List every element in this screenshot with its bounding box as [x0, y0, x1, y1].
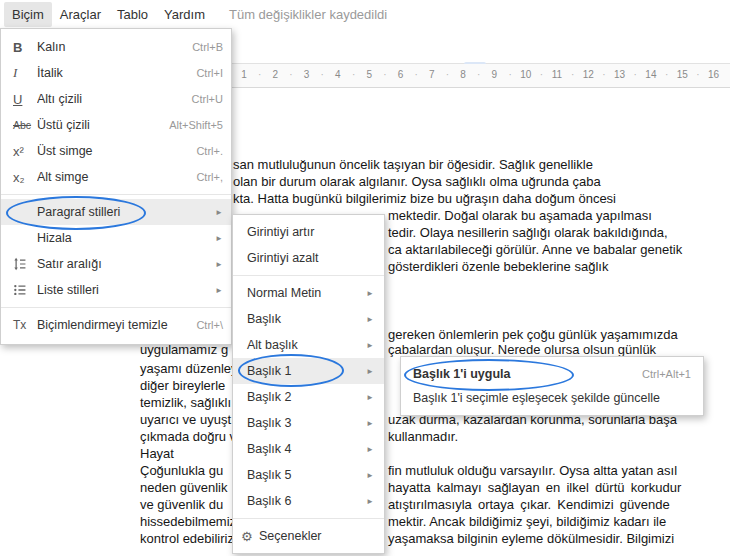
submenu-item-title[interactable]: Başlık ► — [233, 306, 384, 332]
menu-item-label: İtalik — [37, 66, 186, 80]
submenu-item-label: Alt başlık — [247, 338, 358, 352]
ruler-number: 13 — [614, 69, 625, 80]
doc-text-fragment: kullanmadır. — [388, 430, 458, 444]
submenu-item-heading-5[interactable]: Başlık 5 ► — [233, 462, 384, 488]
doc-text-fragment: olan bir durum olarak algılanır. Oysa sa… — [233, 175, 601, 189]
ruler-number: 5 — [366, 69, 372, 80]
menu-separator — [233, 518, 384, 519]
strikethrough-icon: Abc — [13, 119, 37, 131]
submenu-arrow-icon: ► — [215, 234, 223, 243]
submenu-arrow-icon: ► — [366, 445, 374, 454]
ruler-number: 15 — [677, 69, 688, 80]
menu-table[interactable]: Tablo — [109, 2, 156, 27]
submenu-item-subtitle[interactable]: Alt başlık ► — [233, 332, 384, 358]
ruler-number: 3 — [304, 69, 310, 80]
doc-text-fragment: ve güvenlik du — [140, 498, 223, 512]
popup-item-update-heading-1[interactable]: Başlık 1'i seçimle eşleşecek şekilde gün… — [401, 386, 703, 410]
menu-bar: Biçim Araçlar Tablo Yardım Tüm değişikli… — [0, 0, 730, 28]
doc-text-fragment: ca aktarılabileceği görülür. Anne ve bab… — [388, 243, 682, 257]
submenu-item-normal-text[interactable]: Normal Metin ► — [233, 280, 384, 306]
submenu-item-heading-2[interactable]: Başlık 2 ► — [233, 384, 384, 410]
ruler-tick-dot: · — [665, 69, 668, 80]
doc-text-fragment: hissedebilmemiz — [140, 515, 236, 529]
menu-item-label: Üstü çizili — [37, 118, 159, 132]
ruler-tick-dot: · — [446, 69, 449, 80]
submenu-item-options[interactable]: ⚙ Seçenekler — [233, 523, 384, 549]
submenu-arrow-icon: ► — [215, 260, 223, 269]
menu-item-superscript[interactable]: x² Üst simge Ctrl+. — [1, 138, 231, 164]
submenu-item-heading-3[interactable]: Başlık 3 ► — [233, 410, 384, 436]
ruler-tick-dot: · — [352, 69, 355, 80]
menu-item-label: Kalın — [37, 40, 182, 54]
doc-text-fragment: tedir. Olaya nesillerin sağlığı olarak b… — [388, 226, 668, 240]
menu-item-label: Hizala — [37, 231, 207, 245]
menu-shortcut: Ctrl+I — [196, 67, 223, 79]
doc-text-fragment: çıkmada doğru v — [140, 430, 236, 444]
menu-item-label: Biçimlendirmeyi temizle — [37, 318, 186, 332]
menu-help[interactable]: Yardım — [156, 2, 213, 27]
menu-item-line-spacing[interactable]: Satır aralığı ► — [1, 251, 231, 277]
submenu-item-heading-1[interactable]: Başlık 1 ► — [233, 358, 384, 384]
menu-item-bold[interactable]: B Kalın Ctrl+B — [1, 34, 231, 60]
format-menu: B Kalın Ctrl+B I İtalik Ctrl+I U Altı çi… — [0, 28, 232, 345]
submenu-item-decrease-indent[interactable]: Girintiyi azalt — [233, 245, 384, 271]
menu-item-label: Üst simge — [37, 144, 186, 158]
doc-text-fragment: kta. Hatta bugünkü bilgilerimiz bize bu … — [233, 192, 616, 206]
ruler-tick-dot: · — [540, 69, 543, 80]
ruler-number: 11 — [552, 69, 562, 80]
menu-item-italic[interactable]: I İtalik Ctrl+I — [1, 60, 231, 86]
ruler-tick-dot: · — [602, 69, 605, 80]
doc-text-fragment: gösterdikleri özenle bebeklerine sağlık — [388, 260, 608, 274]
ruler-number: 7 — [429, 69, 435, 80]
ruler-number: 16 — [708, 69, 719, 80]
menu-item-list-styles[interactable]: Liste stilleri ► — [1, 277, 231, 303]
submenu-item-increase-indent[interactable]: Girintiyi artır — [233, 219, 384, 245]
submenu-arrow-icon: ► — [215, 208, 223, 217]
menu-separator — [1, 307, 231, 308]
submenu-arrow-icon: ► — [366, 419, 374, 428]
popup-item-apply-heading-1[interactable]: Başlık 1'i uygula Ctrl+Alt+1 — [401, 362, 703, 386]
submenu-item-label: Başlık 4 — [247, 442, 358, 456]
ruler-tick-dot: · — [383, 69, 386, 80]
menu-tools[interactable]: Araçlar — [52, 2, 109, 27]
doc-text-fragment: atıştırılmasıyla ortaya çıkar. Kendimizi… — [388, 498, 670, 512]
menu-item-label: Alt simge — [37, 170, 186, 184]
doc-text-fragment: fin mutluluk olduğu varsayılır. Oysa alt… — [388, 464, 677, 478]
submenu-item-heading-4[interactable]: Başlık 4 ► — [233, 436, 384, 462]
submenu-arrow-icon: ► — [366, 289, 374, 298]
submenu-item-label: Girintiyi azalt — [247, 251, 374, 265]
doc-text-fragment: yaşamı düzenley — [140, 362, 238, 376]
submenu-item-label: Başlık 2 — [247, 390, 358, 404]
menu-item-strikethrough[interactable]: Abc Üstü çizili Alt+Shift+5 — [1, 112, 231, 138]
menu-item-clear-formatting[interactable]: Tx Biçimlendirmeyi temizle Ctrl+\ — [1, 312, 231, 338]
save-status: Tüm değişiklikler kaydedildi — [229, 7, 387, 22]
ruler-tick-dot: · — [696, 69, 699, 80]
doc-text-fragment: gereken önlemlerin pek çoğu günlük yaşam… — [388, 328, 678, 342]
menu-shortcut: Ctrl+Alt+1 — [642, 368, 691, 380]
menu-item-paragraph-styles[interactable]: Paragraf stilleri ► — [1, 199, 231, 225]
ruler-number: 6 — [398, 69, 404, 80]
menu-shortcut: Ctrl+. — [196, 145, 223, 157]
ruler-number: 14 — [645, 69, 656, 80]
submenu-arrow-icon: ► — [366, 315, 374, 324]
doc-text-fragment: san mutluluğunun öncelik taşıyan bir öğe… — [233, 158, 593, 172]
popup-item-label: Başlık 1'i uygula — [413, 367, 632, 381]
ruler-number: 9 — [492, 69, 498, 80]
submenu-arrow-icon: ► — [366, 393, 374, 402]
ruler-number: 4 — [335, 69, 341, 80]
doc-text-fragment: Çoğunlukla gu — [140, 464, 223, 478]
doc-text-fragment: mektedir. Doğal olarak bu aşamada yapılm… — [388, 209, 652, 223]
submenu-item-label: Seçenekler — [259, 529, 374, 543]
submenu-arrow-icon: ► — [366, 341, 374, 350]
menu-format[interactable]: Biçim — [4, 2, 52, 27]
submenu-item-heading-6[interactable]: Başlık 6 ► — [233, 488, 384, 514]
submenu-item-label: Normal Metin — [247, 286, 358, 300]
menu-item-underline[interactable]: U Altı çizili Ctrl+U — [1, 86, 231, 112]
menu-item-subscript[interactable]: x₂ Alt simge Ctrl+, — [1, 164, 231, 190]
submenu-arrow-icon: ► — [366, 471, 374, 480]
menu-shortcut: Ctrl+B — [192, 41, 223, 53]
ruler-number: 12 — [583, 69, 594, 80]
menu-item-label: Liste stilleri — [37, 283, 207, 297]
ruler-tick-dot: · — [508, 69, 511, 80]
menu-item-align[interactable]: Hizala ► — [1, 225, 231, 251]
